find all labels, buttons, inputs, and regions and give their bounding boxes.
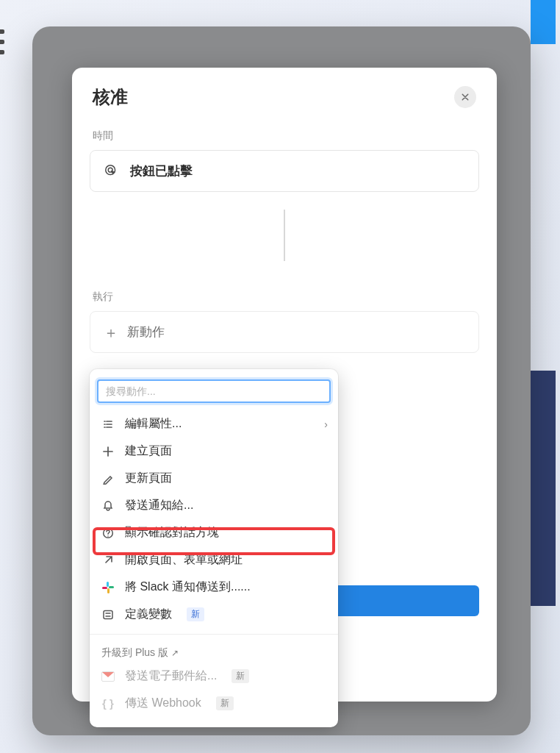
pencil-icon [101,472,115,485]
menu-item-label: 傳送 Webhook [125,696,201,711]
menu-item-label: 將 Slack 通知傳送到...... [125,579,251,595]
menu-item-define-variable[interactable]: 定義變數 新 [90,601,338,628]
menu-item-label: 開啟頁面、表單或網址 [125,552,243,568]
search-input[interactable] [97,379,331,403]
new-action-button[interactable]: ＋ 新動作 [90,311,479,353]
bg-accent-top [531,0,556,44]
list-icon [101,418,115,431]
external-link-icon [101,554,115,567]
svg-rect-3 [107,582,109,587]
menu-item-label: 定義變數 [125,607,172,622]
modal-title: 核准 [93,85,128,109]
chevron-right-icon: › [324,418,328,430]
menu-item-label: 建立頁面 [125,443,172,459]
new-badge: 新 [187,607,204,621]
new-badge: 新 [231,669,249,683]
external-link-icon: ↗ [171,648,179,658]
svg-rect-5 [107,588,110,593]
variable-icon [101,608,115,621]
menu-item-label: 顯示確認對話方塊 [125,525,219,540]
close-icon [461,93,470,101]
bg-accent-side [531,371,556,606]
upgrade-label: 升級到 Plus 版 [101,646,168,660]
menu-item-update-page[interactable]: 更新頁面 [90,465,338,492]
gmail-icon [101,670,115,683]
svg-rect-4 [109,586,114,588]
action-dropdown: 編輯屬性... › 建立頁面 更新頁面 發送通知給... [90,369,338,727]
flow-connector [72,192,497,290]
menu-item-label: 發送電子郵件給... [125,668,217,684]
modal-header: 核准 [72,68,497,129]
menu-item-send-notification[interactable]: 發送通知給... [90,492,338,519]
menu-item-label: 發送通知給... [125,498,193,513]
menu-item-show-confirm-dialog[interactable]: 顯示確認對話方塊 [90,519,338,546]
new-action-label: 新動作 [127,324,165,340]
bell-icon [101,499,115,513]
svg-rect-7 [104,610,112,618]
help-circle-icon [101,527,115,540]
trigger-card[interactable]: 按鈕已點擊 [90,150,479,192]
trigger-label: 按鈕已點擊 [130,163,193,179]
automation-modal: 核准 時間 按鈕已點擊 執行 ＋ 新動作 [72,68,497,702]
menu-item-send-email[interactable]: 發送電子郵件給... 新 [90,663,338,690]
new-badge: 新 [216,696,234,710]
menu-divider [90,634,338,635]
hamburger-icon [0,29,7,60]
braces-icon: { } [101,697,115,710]
menu-item-edit-properties[interactable]: 編輯屬性... › [90,410,338,438]
upgrade-plus-link[interactable]: 升級到 Plus 版 ↗ [90,640,338,663]
menu-item-label: 編輯屬性... [125,416,182,432]
menu-item-create-page[interactable]: 建立頁面 [90,438,338,465]
menu-item-label: 更新頁面 [125,471,172,486]
plus-icon [101,445,115,458]
click-icon [104,163,120,179]
section-label-time: 時間 [72,129,497,150]
close-button[interactable] [454,86,476,108]
backdrop-card: 核准 時間 按鈕已點擊 執行 ＋ 新動作 [32,26,531,735]
svg-point-0 [106,165,115,174]
plus-icon: ＋ [104,325,118,340]
slack-icon [101,581,115,594]
menu-item-slack-notification[interactable]: 將 Slack 通知傳送到...... [90,574,338,601]
menu-item-send-webhook[interactable]: { } 傳送 Webhook 新 [90,690,338,717]
connector-line [284,210,285,261]
section-label-execute: 執行 [72,290,497,311]
svg-rect-6 [102,587,107,589]
menu-item-open-page[interactable]: 開啟頁面、表單或網址 [90,546,338,574]
